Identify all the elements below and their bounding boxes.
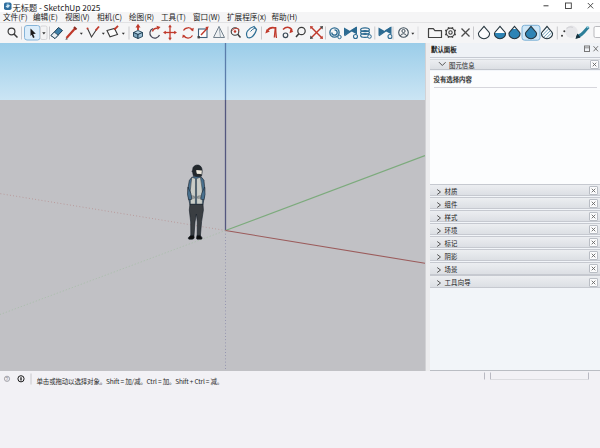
svg-text:?: ? [6,376,9,381]
